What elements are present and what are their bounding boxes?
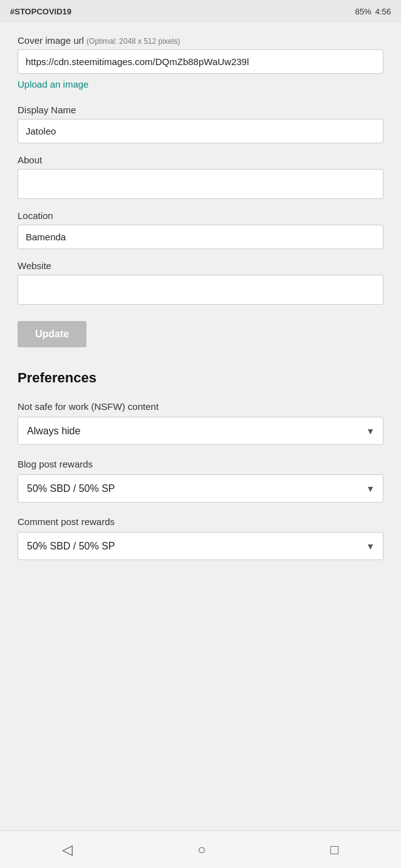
website-label: Website	[18, 260, 383, 271]
nav-home-button[interactable]	[185, 837, 218, 863]
preferences-title: Preferences	[18, 370, 383, 386]
nav-recents-button[interactable]	[318, 837, 351, 863]
location-input[interactable]	[18, 225, 383, 249]
location-field-group: Location	[18, 210, 383, 249]
back-icon	[62, 842, 73, 857]
cover-image-label-sub: (Optimal: 2048 x 512 pixels)	[86, 37, 180, 46]
website-field-group: Website	[18, 260, 383, 305]
status-bar: #STOPCOVID19 85% 4:56	[0, 0, 401, 23]
update-button[interactable]: Update	[18, 321, 86, 347]
comment-rewards-group: Comment post rewards 50% SBD / 50% SP 10…	[18, 516, 383, 560]
blog-rewards-select[interactable]: 50% SBD / 50% SP 100% Steem Power Declin…	[18, 474, 383, 503]
main-content: Cover image url (Optimal: 2048 x 512 pix…	[0, 23, 401, 830]
blog-rewards-label: Blog post rewards	[18, 459, 383, 469]
nsfw-label: Not safe for work (NSFW) content	[18, 401, 383, 412]
website-input[interactable]	[18, 275, 383, 305]
about-input[interactable]	[18, 169, 383, 199]
blog-rewards-group: Blog post rewards 50% SBD / 50% SP 100% …	[18, 459, 383, 503]
battery-indicator: 85%	[355, 7, 372, 16]
recents-icon	[330, 842, 338, 857]
upload-image-link[interactable]: Upload an image	[18, 79, 88, 89]
nsfw-select-wrapper: Always hide Always show Ask me ▼	[18, 417, 383, 445]
comment-rewards-select[interactable]: 50% SBD / 50% SP 100% Steem Power Declin…	[18, 532, 383, 560]
cover-image-field-group: Cover image url (Optimal: 2048 x 512 pix…	[18, 35, 383, 93]
bottom-nav	[0, 830, 401, 868]
about-label: About	[18, 155, 383, 165]
display-name-label: Display Name	[18, 105, 383, 115]
about-field-group: About	[18, 155, 383, 199]
comment-rewards-label: Comment post rewards	[18, 516, 383, 527]
nsfw-preference-group: Not safe for work (NSFW) content Always …	[18, 401, 383, 445]
preferences-section: Preferences Not safe for work (NSFW) con…	[18, 370, 383, 560]
cover-image-url-input[interactable]	[18, 49, 383, 74]
status-right: 85% 4:56	[355, 7, 391, 16]
nsfw-select[interactable]: Always hide Always show Ask me	[18, 417, 383, 445]
comment-rewards-select-wrapper: 50% SBD / 50% SP 100% Steem Power Declin…	[18, 532, 383, 560]
display-name-input[interactable]	[18, 119, 383, 143]
display-name-field-group: Display Name	[18, 105, 383, 143]
home-icon	[197, 842, 206, 857]
blog-rewards-select-wrapper: 50% SBD / 50% SP 100% Steem Power Declin…	[18, 474, 383, 503]
location-label: Location	[18, 210, 383, 221]
clock: 4:56	[375, 7, 391, 16]
nav-back-button[interactable]	[49, 837, 85, 863]
cover-image-label: Cover image url (Optimal: 2048 x 512 pix…	[18, 35, 383, 46]
status-app-name: #STOPCOVID19	[10, 7, 71, 16]
